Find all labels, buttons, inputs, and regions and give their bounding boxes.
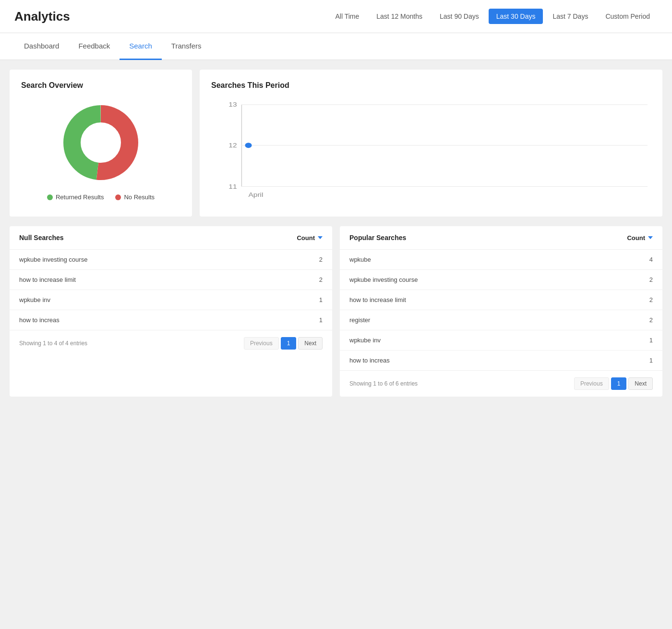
- popular-searches-sort-icon[interactable]: [648, 236, 653, 239]
- period-btn-all-time[interactable]: All Time: [328, 9, 367, 24]
- table-row: wpkube investing course2: [340, 270, 662, 290]
- popular-searches-page-btn[interactable]: 1: [611, 377, 627, 390]
- null-searches-page-btn[interactable]: 1: [281, 337, 297, 350]
- row-count: 2: [649, 296, 653, 303]
- null-searches-header: Null Searches Count: [10, 226, 332, 250]
- popular-searches-next-btn[interactable]: Next: [628, 377, 653, 390]
- row-term: register: [349, 316, 370, 324]
- table-row: how to increas1: [10, 310, 332, 330]
- legend-item: No Results: [115, 194, 155, 201]
- donut-legend: Returned ResultsNo Results: [47, 194, 155, 201]
- row-count: 2: [319, 256, 323, 263]
- period-nav: All TimeLast 12 MonthsLast 90 DaysLast 3…: [328, 9, 658, 24]
- legend-label: No Results: [124, 194, 155, 201]
- row-count: 2: [319, 276, 323, 283]
- legend-dot: [47, 194, 53, 200]
- table-row: register2: [340, 310, 662, 330]
- null-searches-card: Null Searches Count wpkube investing cou…: [10, 226, 332, 397]
- popular-searches-count-header: Count: [627, 234, 653, 242]
- null-searches-title: Null Searches: [19, 234, 64, 242]
- null-searches-count-header: Count: [297, 234, 323, 242]
- null-searches-prev-btn[interactable]: Previous: [244, 337, 279, 350]
- popular-searches-card: Popular Searches Count wpkube4wpkube inv…: [340, 226, 662, 397]
- donut-chart: [58, 99, 144, 186]
- row-count: 1: [319, 296, 323, 303]
- null-searches-sort-icon[interactable]: [318, 236, 323, 239]
- row-count: 2: [649, 276, 653, 283]
- page-title: Analytics: [14, 9, 70, 24]
- period-btn-last-30-days[interactable]: Last 30 Days: [489, 9, 543, 24]
- svg-point-2: [84, 125, 118, 160]
- timeseries-card: Searches This Period 13 12 11 April: [200, 70, 662, 217]
- null-searches-showing: Showing 1 to 4 of 4 entries: [19, 340, 87, 347]
- row-count: 1: [319, 316, 323, 324]
- tables-row: Null Searches Count wpkube investing cou…: [10, 226, 662, 397]
- null-searches-pagination-controls: Previous 1 Next: [244, 337, 323, 350]
- popular-searches-title: Popular Searches: [349, 234, 406, 242]
- legend-dot: [115, 194, 121, 200]
- header: Analytics All TimeLast 12 MonthsLast 90 …: [0, 0, 672, 33]
- charts-row: Search Overview Returned ResultsNo Resul…: [10, 70, 662, 217]
- popular-searches-header: Popular Searches Count: [340, 226, 662, 250]
- null-searches-next-btn[interactable]: Next: [298, 337, 323, 350]
- table-row: how to increase limit2: [340, 290, 662, 310]
- tab-feedback[interactable]: Feedback: [69, 33, 120, 60]
- period-btn-last-90-days[interactable]: Last 90 Days: [432, 9, 487, 24]
- row-term: how to increas: [19, 316, 60, 324]
- table-row: wpkube4: [340, 250, 662, 270]
- popular-searches-pagination-controls: Previous 1 Next: [574, 377, 653, 390]
- row-term: wpkube inv: [19, 296, 50, 303]
- tab-search[interactable]: Search: [120, 33, 162, 60]
- table-row: how to increase limit2: [10, 270, 332, 290]
- row-term: wpkube investing course: [349, 276, 418, 283]
- popular-searches-prev-btn[interactable]: Previous: [574, 377, 609, 390]
- period-btn-last-7-days[interactable]: Last 7 Days: [545, 9, 596, 24]
- row-term: how to increase limit: [19, 276, 76, 283]
- search-overview-title: Search Overview: [21, 81, 180, 90]
- tab-transfers[interactable]: Transfers: [162, 33, 211, 60]
- svg-text:April: April: [249, 192, 264, 198]
- line-chart: 13 12 11 April: [211, 99, 651, 205]
- row-term: how to increase limit: [349, 296, 406, 303]
- svg-text:13: 13: [228, 101, 237, 108]
- table-row: how to increas1: [340, 351, 662, 370]
- period-btn-custom-period[interactable]: Custom Period: [598, 9, 658, 24]
- table-row: wpkube inv1: [10, 290, 332, 310]
- line-chart-container: 13 12 11 April: [211, 99, 651, 205]
- svg-text:11: 11: [228, 183, 237, 190]
- row-count: 2: [649, 316, 653, 324]
- tab-dashboard[interactable]: Dashboard: [14, 33, 69, 60]
- row-count: 1: [649, 337, 653, 344]
- null-searches-rows: wpkube investing course2how to increase …: [10, 250, 332, 330]
- legend-label: Returned Results: [56, 194, 104, 201]
- main-content: Search Overview Returned ResultsNo Resul…: [0, 70, 672, 406]
- legend-item: Returned Results: [47, 194, 104, 201]
- row-count: 1: [649, 357, 653, 364]
- popular-searches-pagination: Showing 1 to 6 of 6 entries Previous 1 N…: [340, 370, 662, 397]
- search-overview-card: Search Overview Returned ResultsNo Resul…: [10, 70, 192, 217]
- popular-searches-showing: Showing 1 to 6 of 6 entries: [349, 380, 418, 387]
- row-term: how to increas: [349, 357, 390, 364]
- svg-text:12: 12: [228, 142, 237, 149]
- donut-chart-container: Returned ResultsNo Results: [21, 99, 180, 201]
- table-row: wpkube investing course2: [10, 250, 332, 270]
- row-term: wpkube inv: [349, 337, 381, 344]
- svg-point-11: [245, 143, 252, 148]
- table-row: wpkube inv1: [340, 330, 662, 351]
- popular-searches-rows: wpkube4wpkube investing course2how to in…: [340, 250, 662, 370]
- row-count: 4: [649, 256, 653, 263]
- tabs-bar: DashboardFeedbackSearchTransfers: [0, 33, 672, 60]
- row-term: wpkube: [349, 256, 371, 263]
- null-searches-pagination: Showing 1 to 4 of 4 entries Previous 1 N…: [10, 330, 332, 356]
- timeseries-title: Searches This Period: [211, 81, 651, 90]
- row-term: wpkube investing course: [19, 256, 87, 263]
- period-btn-last-12-months[interactable]: Last 12 Months: [369, 9, 430, 24]
